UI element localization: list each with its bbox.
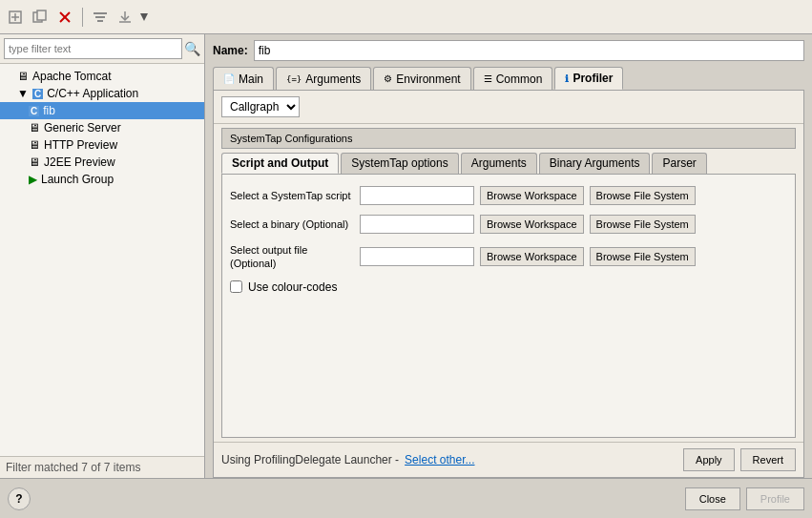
close-button[interactable]: Close: [685, 487, 740, 510]
binary-input[interactable]: [360, 215, 474, 234]
svg-rect-9: [97, 20, 103, 22]
output-file-row: Select output file (Optional) Browse Wor…: [230, 243, 787, 271]
filter-config-button[interactable]: [89, 6, 112, 29]
inner-tab-parser[interactable]: Parser: [652, 153, 706, 174]
server-icon: 🖥: [29, 138, 40, 152]
new-config-button[interactable]: [4, 6, 27, 29]
binary-browse-fs-button[interactable]: Browse File System: [590, 215, 696, 234]
arguments-tab-icon: {=}: [286, 74, 302, 84]
common-tab-icon: ☰: [484, 73, 492, 84]
inner-tab-binary-arguments[interactable]: Binary Arguments: [539, 153, 651, 174]
server-icon: 🖥: [29, 155, 40, 169]
output-file-label: Select output file (Optional): [230, 243, 354, 271]
inner-tab-script-output[interactable]: Script and Output: [221, 153, 339, 174]
select-other-link[interactable]: Select other...: [405, 453, 474, 466]
profile-button[interactable]: Profile: [746, 487, 804, 510]
name-input[interactable]: [254, 40, 804, 61]
import-dropdown-button[interactable]: [138, 6, 150, 29]
sidebar-item-j2ee-preview[interactable]: 🖥 J2EE Preview: [0, 154, 204, 171]
sidebar-item-cpp-application[interactable]: ▼ C C/C++ Application: [0, 85, 204, 102]
footer: ? Close Profile: [0, 478, 812, 518]
systemtap-script-label: Select a SystemTap script: [230, 189, 354, 202]
binary-row: Select a binary (Optional) Browse Worksp…: [230, 215, 787, 234]
inner-tabs: Script and Output SystemTap options Argu…: [214, 149, 803, 174]
systemtap-script-row: Select a SystemTap script Browse Workspa…: [230, 186, 787, 205]
sidebar-item-label: Launch Group: [41, 173, 114, 186]
top-tabs: 📄 Main {=} Arguments ⚙ Environment ☰ Com…: [205, 67, 812, 90]
sidebar-item-fib[interactable]: C fib: [0, 102, 204, 119]
sidebar-item-launch-group[interactable]: ▶ Launch Group: [0, 171, 204, 188]
tab-main-label: Main: [239, 73, 263, 86]
colour-codes-row: Use colour-codes: [230, 280, 787, 294]
filter-clear-icon[interactable]: 🔍: [184, 41, 200, 56]
sidebar-item-label: Apache Tomcat: [32, 70, 112, 83]
sidebar-item-generic-server[interactable]: 🖥 Generic Server: [0, 119, 204, 136]
toolbar: [0, 0, 812, 34]
inner-tab-systemtap-options[interactable]: SystemTap options: [341, 153, 458, 174]
callgraph-select[interactable]: Callgraph Flat: [221, 96, 300, 117]
profiler-tab-icon: ℹ: [565, 73, 569, 84]
systemtap-browse-fs-button[interactable]: Browse File System: [590, 186, 696, 205]
output-browse-workspace-button[interactable]: Browse Workspace: [480, 247, 584, 266]
filter-bar: 🔍: [0, 34, 204, 64]
import-config-button[interactable]: [114, 6, 136, 29]
name-label: Name:: [213, 44, 248, 57]
svg-rect-7: [94, 12, 107, 14]
expand-icon: ▼: [17, 87, 29, 100]
tree: 🖥 Apache Tomcat ▼ C C/C++ Application C …: [0, 64, 204, 456]
tab-arguments[interactable]: {=} Arguments: [276, 67, 371, 90]
sidebar-item-label: fib: [43, 104, 55, 117]
name-bar: Name:: [205, 34, 812, 67]
binary-label: Select a binary (Optional): [230, 218, 354, 231]
sidebar-item-label: J2EE Preview: [44, 155, 115, 169]
colour-codes-checkbox[interactable]: [230, 280, 242, 293]
inner-tab-arguments-label: Arguments: [471, 156, 527, 170]
systemtap-script-input[interactable]: [360, 186, 474, 205]
systemtap-panel: SystemTap Configurations Script and Outp…: [214, 124, 803, 442]
delete-config-button[interactable]: [53, 6, 76, 29]
sidebar-item-label: Generic Server: [44, 121, 121, 135]
environment-tab-icon: ⚙: [384, 73, 392, 84]
inner-tab-script-output-label: Script and Output: [232, 156, 328, 170]
svg-rect-8: [95, 16, 105, 18]
duplicate-config-button[interactable]: [29, 6, 52, 29]
cpp-icon: C: [32, 89, 43, 99]
fib-icon: C: [29, 106, 39, 116]
sidebar-item-apache-tomcat[interactable]: 🖥 Apache Tomcat: [0, 68, 204, 85]
inner-tab-parser-label: Parser: [662, 156, 696, 170]
filter-input[interactable]: [4, 38, 182, 59]
help-icon: ?: [15, 492, 22, 506]
systemtap-browse-workspace-button[interactable]: Browse Workspace: [480, 186, 584, 205]
tab-profiler[interactable]: ℹ Profiler: [554, 67, 623, 90]
output-browse-fs-button[interactable]: Browse File System: [590, 247, 696, 266]
callgraph-bar: Callgraph Flat: [214, 91, 803, 124]
output-file-input[interactable]: [360, 247, 474, 266]
tab-environment[interactable]: ⚙ Environment: [373, 67, 470, 90]
tab-arguments-label: Arguments: [305, 73, 361, 86]
apply-button[interactable]: Apply: [683, 448, 735, 471]
inner-tab-binary-arguments-label: Binary Arguments: [550, 156, 640, 170]
inner-tab-arguments[interactable]: Arguments: [461, 153, 537, 174]
tab-common[interactable]: ☰ Common: [473, 67, 553, 90]
main-tab-icon: 📄: [223, 73, 235, 84]
svg-rect-4: [37, 10, 46, 20]
right-panel: Name: 📄 Main {=} Arguments ⚙ Environment…: [205, 34, 812, 478]
svg-marker-11: [140, 13, 148, 21]
content-area: Callgraph Flat SystemTap Configurations …: [213, 90, 804, 478]
content-bottom: Using ProfilingDelegate Launcher - Selec…: [214, 442, 803, 477]
inner-content: Select a SystemTap script Browse Workspa…: [221, 174, 796, 438]
binary-browse-workspace-button[interactable]: Browse Workspace: [480, 215, 584, 234]
sidebar-item-label: C/C++ Application: [47, 87, 138, 100]
server-icon: 🖥: [17, 70, 29, 83]
revert-button[interactable]: Revert: [740, 448, 796, 471]
tab-main[interactable]: 📄 Main: [213, 67, 274, 90]
sidebar-item-label: HTTP Preview: [44, 138, 117, 152]
tab-profiler-label: Profiler: [573, 72, 613, 85]
colour-codes-label: Use colour-codes: [248, 280, 337, 294]
help-button[interactable]: ?: [8, 487, 31, 510]
using-text: Using ProfilingDelegate Launcher -: [221, 453, 399, 466]
server-icon: 🖥: [29, 121, 40, 135]
toolbar-separator: [82, 8, 83, 27]
sidebar-item-http-preview[interactable]: 🖥 HTTP Preview: [0, 136, 204, 154]
sidebar-footer: Filter matched 7 of 7 items: [0, 456, 204, 478]
